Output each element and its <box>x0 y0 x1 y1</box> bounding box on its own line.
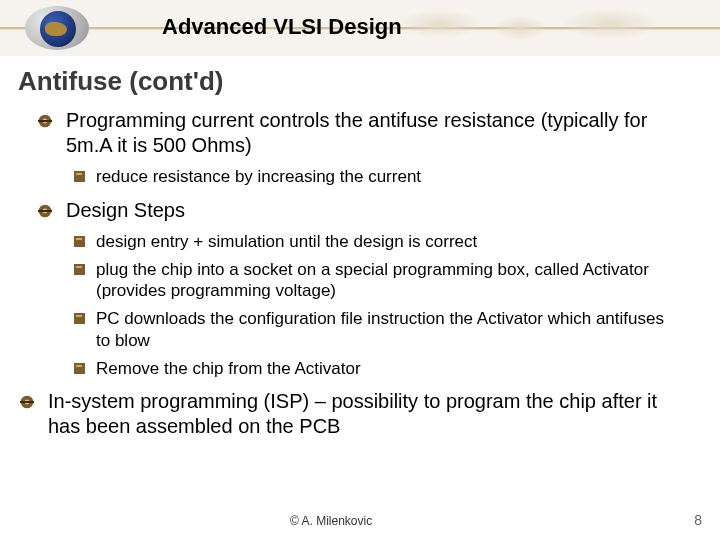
bullet-text: reduce resistance by increasing the curr… <box>96 167 421 186</box>
bullet-text: design entry + simulation until the desi… <box>96 232 477 251</box>
ring-bullet-icon <box>38 204 52 218</box>
square-bullet-icon <box>74 171 85 182</box>
bullet-level1: In-system programming (ISP) – possibilit… <box>20 389 678 439</box>
bullet-level2: PC downloads the configuration file inst… <box>74 308 678 352</box>
globe-icon <box>25 6 89 50</box>
bullet-level1: Programming current controls the antifus… <box>38 108 678 158</box>
bullet-text: plug the chip into a socket on a special… <box>96 260 649 301</box>
slide-body: Programming current controls the antifus… <box>38 108 678 447</box>
page-number: 8 <box>694 512 702 528</box>
svg-rect-5 <box>38 210 52 212</box>
square-bullet-icon <box>74 313 85 324</box>
course-title: Advanced VLSI Design <box>162 14 402 40</box>
square-bullet-icon <box>74 264 85 275</box>
bullet-text: PC downloads the configuration file inst… <box>96 309 664 350</box>
footer-copyright: © A. Milenkovic <box>290 514 372 528</box>
square-bullet-icon <box>74 236 85 247</box>
bullet-text: Design Steps <box>66 199 185 221</box>
bullet-level1: Design Steps <box>38 198 678 223</box>
world-map-watermark <box>400 4 680 50</box>
bullet-level2: Remove the chip from the Activator <box>74 358 678 380</box>
bullet-level2: reduce resistance by increasing the curr… <box>74 166 678 188</box>
square-bullet-icon <box>74 363 85 374</box>
ring-bullet-icon <box>20 395 34 409</box>
header-band: Advanced VLSI Design <box>0 0 720 56</box>
bullet-text: Remove the chip from the Activator <box>96 359 361 378</box>
bullet-text: Programming current controls the antifus… <box>66 109 647 156</box>
svg-rect-8 <box>20 401 34 403</box>
slide-title: Antifuse (cont'd) <box>18 66 224 97</box>
bullet-level2: plug the chip into a socket on a special… <box>74 259 678 303</box>
svg-rect-2 <box>38 120 52 122</box>
bullet-text: In-system programming (ISP) – possibilit… <box>48 390 657 437</box>
ring-bullet-icon <box>38 114 52 128</box>
bullet-level2: design entry + simulation until the desi… <box>74 231 678 253</box>
